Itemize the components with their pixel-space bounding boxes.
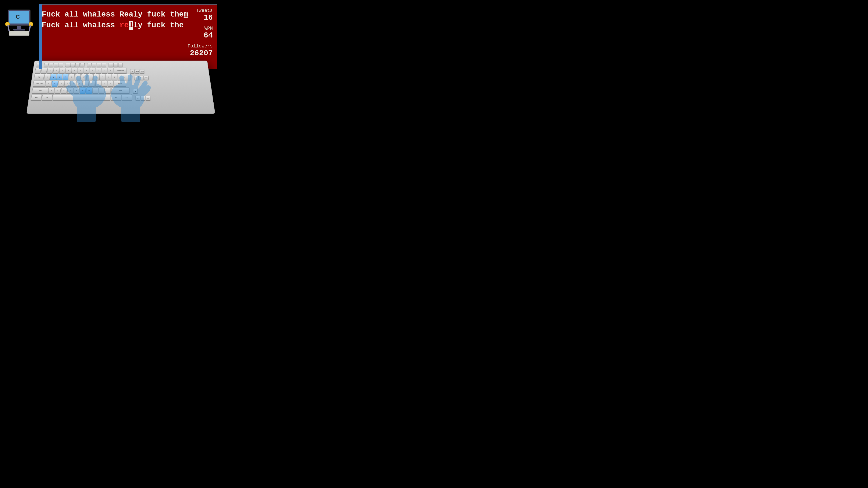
key-a[interactable]: A	[45, 81, 52, 87]
tweets-value: 16	[175, 13, 213, 22]
key-tab[interactable]: Tab	[34, 74, 44, 80]
key-lshift[interactable]: Shift	[32, 88, 48, 94]
svg-rect-4	[13, 29, 25, 31]
key-lalt[interactable]: Alt	[42, 94, 53, 101]
svg-line-8	[8, 26, 9, 31]
followers-label: Followers	[175, 44, 213, 49]
key-lctrl[interactable]: Ctrl	[31, 94, 42, 101]
error-text: re	[120, 21, 129, 30]
key-q[interactable]: Q	[44, 74, 50, 80]
svg-line-9	[29, 26, 30, 31]
followers-value: 26207	[175, 49, 213, 58]
wpm-label: WPM	[175, 26, 213, 31]
svg-rect-5	[9, 31, 29, 36]
stats-panel: Tweets 16 WPM 64 Followers 26207	[175, 4, 213, 58]
hands-overlay	[56, 54, 161, 122]
key-1[interactable]: 1	[41, 68, 47, 74]
key-2[interactable]: 2	[47, 68, 53, 74]
tweets-label: Tweets	[175, 8, 213, 13]
accent-bar	[39, 4, 42, 69]
svg-text:C–: C–	[16, 13, 23, 20]
app-logo: C–	[1, 4, 37, 40]
wpm-value: 64	[175, 31, 213, 40]
key-f1[interactable]: F1	[44, 63, 49, 67]
key-capslock[interactable]: Caps Lock	[33, 81, 46, 87]
svg-rect-16	[77, 103, 96, 122]
svg-rect-23	[121, 103, 140, 122]
key-f2[interactable]: F2	[49, 63, 54, 67]
key-z[interactable]: Z	[48, 88, 55, 94]
cursor-char: l	[129, 21, 133, 30]
